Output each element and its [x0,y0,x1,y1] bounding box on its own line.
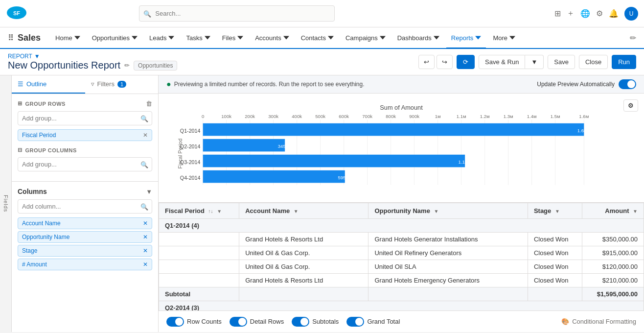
detail-rows-toggle: Detail Rows [230,317,284,327]
nav-item-opportunities[interactable]: Opportunities [87,28,142,48]
nav-item-home[interactable]: Home [50,28,85,48]
conditional-formatting-button[interactable]: 🎨 Conditional Formatting [561,318,636,325]
subtotals-switch[interactable] [292,317,309,327]
status-dot: ● [166,80,171,89]
nav-item-tasks[interactable]: Tasks [181,28,215,48]
svg-text:200k: 200k [245,114,255,119]
preview-text: Previewing a limited number of records. … [174,81,365,88]
col-account-name: Account Name ▼ [239,203,368,218]
remove-account-name[interactable]: ✕ [143,220,148,227]
edit-title-icon[interactable]: ✏ [124,62,130,69]
grand-total-switch[interactable] [346,317,364,327]
svg-text:1.1м: 1.1м [457,114,466,119]
report-breadcrumb[interactable]: REPORT ▼ [8,53,418,60]
svg-text:600k: 600k [339,114,349,119]
stage-cell: Closed Won [528,273,582,287]
nav-item-reports[interactable]: Reports [446,28,486,48]
group-label-q2: Q2-2014 (3) [159,301,644,310]
subtotals-toggle: Subtotals [292,317,339,327]
grid-action-icon[interactable]: ⊞ [554,9,561,18]
bell-icon[interactable]: 🔔 [609,9,619,18]
columns-header: Columns ▼ [18,188,152,195]
tab-filters-label: Filters [97,80,115,88]
report-header-left: REPORT ▼ New Opportunities Report ✏ Oppo… [8,53,418,71]
preview-message: ● Previewing a limited number of records… [166,80,365,89]
settings-icon[interactable]: ⚙ [596,9,603,18]
filter-account-name[interactable]: ▼ [294,209,299,214]
auto-preview-switch[interactable] [619,79,636,89]
redo-button[interactable]: ↪ [437,55,453,69]
filter-opportunity-name[interactable]: ▼ [434,209,439,214]
column-opportunity-name: Opportunity Name ✕ [18,231,152,243]
report-header: REPORT ▼ New Opportunities Report ✏ Oppo… [0,49,644,75]
nav-item-contacts[interactable]: Contacts [296,28,339,48]
row-counts-label: Row Counts [187,318,222,325]
avatar[interactable]: U [624,7,638,21]
search-input[interactable] [139,5,335,22]
filter-icon: ▿ [91,80,94,88]
add-icon[interactable]: ＋ [567,8,575,19]
filter-stage[interactable]: ▼ [555,209,560,214]
save-run-button[interactable]: Save & Run [479,55,525,69]
nav-item-accounts[interactable]: Accounts [250,28,294,48]
svg-text:0: 0 [202,114,204,119]
bottom-bar: Row Counts Detail Rows Subtotals [159,310,644,332]
bar-q4 [203,170,345,183]
nav-item-leads[interactable]: Leads [144,28,179,48]
run-button[interactable]: Run [612,55,636,69]
stage-cell: Closed Won [528,260,582,273]
chart-settings-button[interactable]: ⚙ [623,99,638,112]
amount-cell: $210,000.00 [582,273,644,287]
conditional-formatting-label: Conditional Formatting [572,318,636,325]
chart-area: ⚙ Sum of Amount 0 100k 200k 300k 400k 50… [159,94,644,203]
filter-amount[interactable]: ▼ [633,209,638,214]
columns-dropdown-icon[interactable]: ▼ [146,188,152,195]
row-counts-switch[interactable] [166,317,184,327]
outline-icon: ☰ [18,80,23,88]
svg-text:400k: 400k [292,114,302,119]
sync-button[interactable]: ⟳ [457,55,475,69]
svg-text:1.5м: 1.5м [551,114,560,119]
salesforce-logo[interactable]: SF [6,5,27,22]
svg-text:100k: 100k [221,114,231,119]
app-grid-icon[interactable]: ⠿ [8,33,14,43]
undo-button[interactable]: ↩ [418,55,435,69]
column-stage: Stage ✕ [18,245,152,257]
column-search[interactable] [18,199,152,214]
nav-item-files[interactable]: Files [217,28,248,48]
filter-fiscal-period[interactable]: ▼ [217,209,222,214]
columns-title: Columns [18,188,47,195]
svg-text:1.6м: 1.6м [577,128,587,133]
grand-total-toggle: Grand Total [346,317,400,327]
nav-item-more[interactable]: More [488,28,520,48]
nav-item-campaigns[interactable]: Campaigns [341,28,391,48]
delete-groups-icon[interactable]: 🗑 [146,100,152,107]
account-name-cell: Grand Hotels & Resorts Ltd [239,273,368,287]
save-button[interactable]: Save [548,55,575,69]
row-counts-toggle: Row Counts [166,317,222,327]
edit-nav-icon[interactable]: ✏ [630,33,636,43]
bar-q3 [203,155,465,167]
group-row-search[interactable] [18,111,152,125]
group-column-search[interactable] [18,157,152,171]
add-group-column-input: 🔍 [18,157,152,171]
detail-rows-switch[interactable] [230,317,247,327]
remove-stage[interactable]: ✕ [143,247,148,254]
subtotal-row-q1: Subtotal $1,595,000.00 [159,287,644,301]
grid-icon-small: ⊟ [18,147,23,153]
opportunity-name-cell: Grand Hotels Generator Installations [368,232,528,246]
tab-filters[interactable]: ▿ Filters 1 [85,75,159,94]
sort-fiscal-period[interactable]: ↑↓ [208,209,213,214]
table-header-row: Fiscal Period ↑↓ ▼ Account Name ▼ Opport… [159,203,644,218]
remove-amount[interactable]: ✕ [143,261,148,268]
globe-icon[interactable]: 🌐 [580,9,590,18]
close-button[interactable]: Close [579,55,608,69]
top-nav: SF 🔍 ⊞ ＋ 🌐 ⚙ 🔔 U [0,0,644,27]
remove-fiscal-period[interactable]: ✕ [143,132,148,139]
remove-opportunity-name[interactable]: ✕ [143,234,148,240]
save-run-dropdown[interactable]: ▼ [525,55,544,69]
tab-outline[interactable]: ☰ Outline [12,75,85,94]
fields-toggle[interactable]: Fields [0,75,12,332]
nav-item-dashboards[interactable]: Dashboards [392,28,444,48]
svg-text:Q3-2014: Q3-2014 [180,159,201,165]
